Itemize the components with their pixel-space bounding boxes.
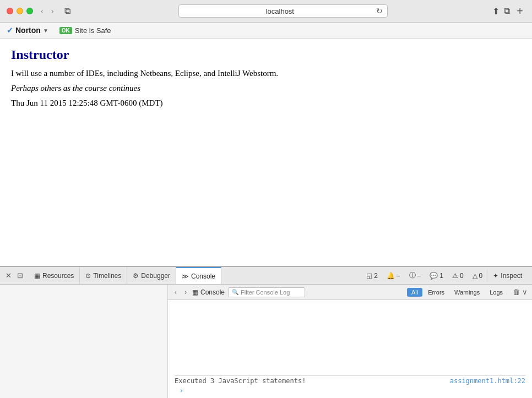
norton-safe-text: Site is Safe (75, 26, 111, 35)
devtools-close-button[interactable]: ✕ (4, 270, 13, 281)
reload-button[interactable]: ↻ (376, 7, 383, 15)
browser-actions: ⬆ ⧉ + (492, 5, 525, 18)
norton-dropdown-icon[interactable]: ▼ (43, 28, 48, 34)
console-bottom: Executed 3 JavaScript statements! assign… (175, 375, 525, 395)
devtools-tab-console[interactable]: ≫ Console (176, 267, 221, 284)
console-actions: 🗑 ∨ (513, 288, 528, 296)
devtools-badge-pages[interactable]: ◱ 2 (362, 271, 382, 281)
page-title: Instructor (11, 47, 521, 62)
maximize-button[interactable] (26, 8, 33, 14)
console-output: Executed 3 JavaScript statements! assign… (168, 300, 532, 398)
traffic-lights (7, 8, 33, 14)
devtools-detach-button[interactable]: ⊡ (16, 270, 24, 281)
devtools-badge-network[interactable]: 🔔 – (382, 271, 405, 281)
inspect-label: Inspect (501, 272, 522, 280)
address-text: localhost (183, 7, 376, 15)
browser-chrome: ‹ › ⧉ localhost ↻ ⬆ ⧉ + (0, 0, 532, 23)
errors-count: 0 (460, 272, 464, 280)
console-file-link[interactable]: assignment1.html:22 (450, 377, 525, 385)
devtools-tab-debugger-label: Debugger (141, 272, 170, 280)
console-icon: ≫ (182, 272, 189, 280)
console-settings-button[interactable]: ∨ (522, 288, 528, 296)
errors-icon: ⚠ (452, 272, 458, 280)
pages-icon: ◱ (366, 272, 372, 280)
devtools-tab-debugger[interactable]: ⚙ Debugger (127, 267, 176, 284)
devtools-tab-timelines[interactable]: ⊙ Timelines (80, 267, 127, 284)
console-filter-input[interactable]: 🔍 Filter Console Log (228, 287, 305, 297)
norton-checkmark-icon: ✓ (7, 26, 13, 35)
page-date-text: Thu Jun 11 2015 12:25:48 GMT-0600 (MDT) (11, 99, 521, 108)
devtools-badge-messages[interactable]: 💬 1 (425, 271, 448, 281)
resources-icon: ▦ (34, 272, 40, 280)
address-bar[interactable]: localhost ↻ (178, 4, 388, 18)
debugger-icon: ⚙ (133, 272, 139, 280)
console-prompt-line: › (175, 386, 525, 395)
inspect-icon: ✦ (493, 272, 498, 280)
pages-count: 2 (374, 272, 378, 280)
network-count: – (397, 272, 400, 280)
norton-logo: ✓ Norton ▼ (7, 26, 48, 35)
warnings-count: 0 (479, 272, 483, 280)
page-body-text: I will use a number of IDEs, including N… (11, 69, 521, 78)
console-label-area: ▦ Console (192, 288, 225, 296)
norton-name: Norton (15, 26, 41, 35)
back-button[interactable]: ‹ (37, 6, 47, 17)
minimize-button[interactable] (17, 8, 23, 14)
console-icon-small: ▦ (192, 288, 198, 296)
console-prompt-symbol: › (175, 385, 188, 396)
console-filter-warnings[interactable]: Warnings (450, 288, 484, 297)
page-content: Instructor I will use a number of IDEs, … (0, 39, 532, 264)
messages-count: 1 (439, 272, 443, 280)
forward-button[interactable]: › (48, 6, 57, 17)
nav-buttons: ‹ › (37, 6, 57, 17)
console-forward-button[interactable]: › (182, 287, 189, 297)
new-tab-button[interactable]: + (514, 5, 525, 18)
devtools-badge-warnings[interactable]: △ 0 (468, 271, 487, 281)
devtools-badge-errors[interactable]: ⚠ 0 (448, 271, 468, 281)
address-bar-wrapper: localhost ↻ (78, 4, 488, 18)
console-executed-text: Executed 3 JavaScript statements! (175, 377, 306, 385)
console-label: Console (200, 288, 225, 296)
devtools-badge-info[interactable]: ⓘ – (405, 270, 426, 281)
devtools-tab-resources-label: Resources (42, 272, 74, 280)
devtools-left-panel (0, 285, 168, 398)
devtools-toolbar: ✕ ⊡ ▦ Resources ⊙ Timelines ⚙ Debugger ≫… (0, 267, 532, 285)
page-italic-text: Perhaps others as the course continues (11, 84, 521, 93)
title-bar: ‹ › ⧉ localhost ↻ ⬆ ⧉ + (0, 0, 532, 22)
info-count: – (417, 272, 421, 280)
console-executed-line: Executed 3 JavaScript statements! assign… (175, 375, 525, 386)
filter-search-icon: 🔍 (232, 289, 238, 295)
timelines-icon: ⊙ (85, 272, 91, 280)
norton-safe-indicator: OK Site is Safe (59, 26, 111, 35)
warnings-icon: △ (473, 272, 477, 280)
devtools-tab-timelines-label: Timelines (93, 272, 121, 280)
duplicate-button[interactable]: ⧉ (504, 6, 510, 16)
console-filter-errors[interactable]: Errors (424, 288, 449, 297)
devtools-close-buttons: ✕ ⊡ (4, 270, 24, 281)
norton-ok-badge: OK (59, 27, 72, 34)
console-filter-tabs: All Errors Warnings Logs (407, 288, 507, 297)
console-filter-all[interactable]: All (407, 288, 422, 297)
info-icon: ⓘ (409, 271, 416, 280)
devtools-right-panel: ‹ › ▦ Console 🔍 Filter Console Log All E… (168, 285, 532, 398)
close-button[interactable] (7, 8, 13, 14)
norton-bar: ✓ Norton ▼ OK Site is Safe (0, 23, 532, 39)
window-mode-button[interactable]: ⧉ (61, 5, 74, 17)
console-filter-logs[interactable]: Logs (485, 288, 507, 297)
console-clear-button[interactable]: 🗑 (513, 288, 520, 296)
devtools-panel: ✕ ⊡ ▦ Resources ⊙ Timelines ⚙ Debugger ≫… (0, 266, 532, 398)
network-icon: 🔔 (387, 272, 395, 280)
messages-icon: 💬 (430, 272, 438, 280)
devtools-inspect-button[interactable]: ✦ Inspect (487, 270, 528, 282)
devtools-tab-resources[interactable]: ▦ Resources (29, 267, 80, 284)
share-button[interactable]: ⬆ (492, 6, 500, 17)
console-toolbar: ‹ › ▦ Console 🔍 Filter Console Log All E… (168, 285, 532, 300)
console-back-button[interactable]: ‹ (172, 287, 179, 297)
console-filter-placeholder: Filter Console Log (241, 289, 290, 296)
devtools-content: ‹ › ▦ Console 🔍 Filter Console Log All E… (0, 285, 532, 398)
devtools-tab-console-label: Console (191, 272, 215, 280)
